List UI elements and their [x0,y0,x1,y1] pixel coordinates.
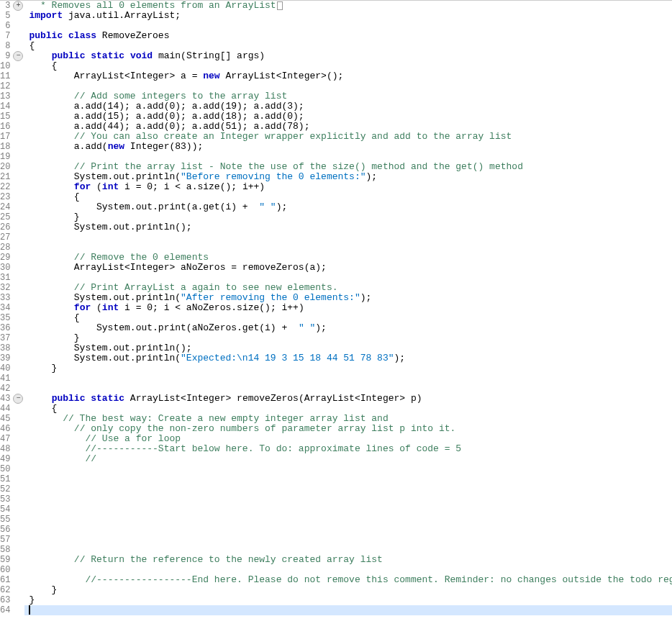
code-line[interactable] [29,152,672,162]
code-line[interactable] [29,384,672,394]
code-line[interactable]: { [29,41,672,51]
code-line[interactable] [29,494,672,504]
code-line[interactable]: a.add(new Integer(83)); [29,142,672,152]
line-number: 51 [0,474,24,484]
code-line[interactable]: // Add some integers to the array list [29,91,672,101]
code-line[interactable]: a.add(44); a.add(0); a.add(51); a.add(78… [29,122,672,132]
code-token: } [29,584,57,595]
code-token: System.out.println(); [29,222,191,232]
code-line[interactable]: public static ArrayList<Integer> removeZ… [29,394,672,404]
line-number: 11 [0,71,24,81]
code-line[interactable]: //-----------Start below here. To do: ap… [29,444,672,454]
code-line[interactable] [29,464,672,474]
code-token: //-----------Start below here. To do: ap… [85,443,461,454]
code-line[interactable]: // Return the reference to the newly cre… [29,555,672,565]
code-token: { [29,60,57,71]
line-number: 42 [0,384,24,394]
code-line[interactable]: // The best way: Create a new empty inte… [29,414,672,424]
line-number: 9− [0,51,24,61]
code-token: new [108,141,124,152]
code-line[interactable]: a.add(14); a.add(0); a.add(19); a.add(3)… [29,101,672,112]
code-line[interactable]: System.out.print(aNoZeros.get(i) + " "); [29,323,672,333]
code-line[interactable]: // [29,454,672,464]
code-line[interactable] [29,545,672,555]
code-line[interactable]: { [29,313,672,323]
code-token: a.add(44); a.add(0); a.add(51); a.add(78… [29,121,309,132]
line-number: 63 [0,595,24,605]
code-line[interactable]: // Print ArrayList a again to see new el… [29,283,672,293]
line-number: 44 [0,404,24,414]
code-line[interactable] [29,515,672,525]
line-number: 64 [0,605,24,615]
code-line[interactable] [29,504,672,515]
fold-expand-icon[interactable]: + [13,1,23,11]
code-line[interactable] [29,374,672,384]
code-editor[interactable]: 3+56789−10111213141516171819202122232425… [0,0,672,615]
code-line[interactable]: } [29,212,672,222]
line-number: 31 [0,273,24,283]
code-line[interactable] [29,273,672,283]
code-line[interactable]: System.out.println("Before removing the … [29,172,672,182]
code-line[interactable] [29,565,672,575]
line-number: 18 [0,142,24,152]
code-line[interactable]: // only copy the non-zero numbers of par… [29,424,672,434]
code-line[interactable]: } [29,333,672,343]
code-line[interactable]: a.add(15); a.add(0); a.add(18); a.add(0)… [29,112,672,122]
code-token: System.out.println( [29,353,181,363]
code-token: //-----------------End here. Please do n… [85,574,672,585]
code-line[interactable]: ArrayList<Integer> aNoZeros = removeZero… [29,263,672,273]
fold-collapse-icon[interactable]: − [13,51,23,61]
line-number: 35 [0,313,24,323]
code-line[interactable] [29,535,672,545]
code-token: " " [299,322,315,333]
code-token: a.add(15); a.add(0); a.add(18); a.add(0)… [29,111,304,122]
line-number: 28 [0,243,24,253]
code-line[interactable] [29,525,672,535]
code-line[interactable]: } [29,585,672,595]
code-line[interactable]: } [29,595,672,605]
code-line[interactable] [29,81,672,91]
code-line[interactable]: public class RemoveZeroes [29,31,672,41]
code-line[interactable]: System.out.print(a.get(i) + " "); [29,202,672,212]
code-token: // You can also create an Integer wrappe… [74,131,512,142]
code-line[interactable] [29,243,672,253]
code-line[interactable]: * Removes all 0 elements from an ArrayLi… [29,1,672,11]
fold-collapse-icon[interactable]: − [13,394,23,404]
text-caret [29,605,30,615]
code-line[interactable] [29,21,672,31]
code-line[interactable]: { [29,192,672,202]
code-line[interactable]: // Use a for loop [29,434,672,444]
code-token: // Print ArrayList a again to see new el… [74,282,338,293]
code-area[interactable]: * Removes all 0 elements from an ArrayLi… [24,1,672,615]
code-token: // only copy the non-zero numbers of par… [74,423,456,434]
code-line[interactable]: { [29,404,672,414]
code-line[interactable]: ArrayList<Integer> a = new ArrayList<Int… [29,71,672,81]
code-line[interactable]: public static void main(String[] args) [29,51,672,61]
code-line[interactable]: for (int i = 0; i < a.size(); i++) [29,182,672,192]
code-line[interactable] [29,605,672,615]
code-line[interactable] [29,474,672,484]
code-line[interactable]: // Print the array list - Note the use o… [29,162,672,172]
code-line[interactable]: System.out.println(); [29,343,672,353]
code-line[interactable]: System.out.println(); [29,222,672,232]
code-line[interactable]: System.out.println("After removing the 0… [29,293,672,303]
code-token: new [203,71,219,81]
line-number: 56 [0,525,24,535]
line-number: 19 [0,152,24,162]
code-line[interactable]: System.out.println("Expected:\n14 19 3 1… [29,353,672,363]
line-number: 38 [0,343,24,353]
code-line[interactable]: //-----------------End here. Please do n… [29,575,672,585]
code-token: a.add( [29,141,107,152]
code-line[interactable]: } [29,363,672,374]
code-line[interactable]: // You can also create an Integer wrappe… [29,132,672,142]
code-token: // The best way: Create a new empty inte… [63,413,388,424]
code-line[interactable] [29,484,672,494]
code-line[interactable]: import java.util.ArrayList; [29,11,672,21]
code-line[interactable]: for (int i = 0; i < aNoZeros.size(); i++… [29,303,672,313]
code-line[interactable]: // Remove the 0 elements [29,253,672,263]
code-line[interactable] [29,232,672,243]
code-token: "After removing the 0 elements:" [181,292,360,303]
line-number-gutter: 3+56789−10111213141516171819202122232425… [0,1,24,615]
code-line[interactable]: { [29,61,672,71]
code-token: static [91,50,124,61]
